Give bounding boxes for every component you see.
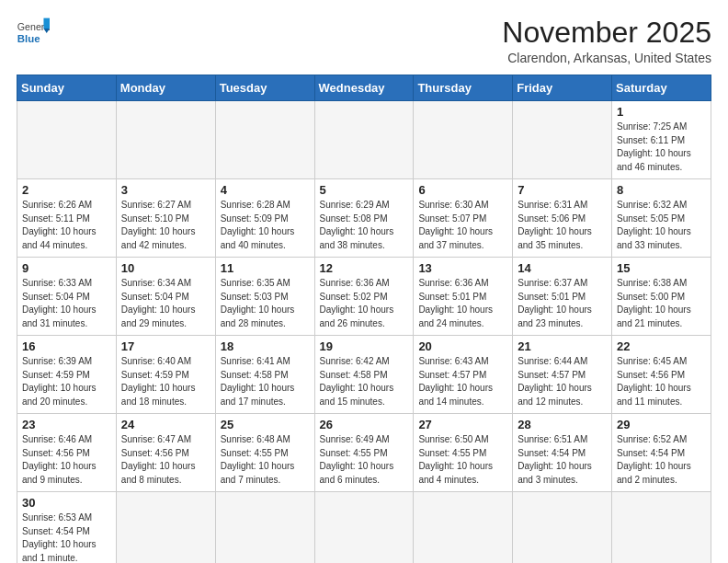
day-number: 19 [320, 339, 409, 353]
calendar-cell-5-3 [314, 492, 414, 563]
header: General Blue November 2025 Clarendon, Ar… [17, 17, 711, 65]
calendar-cell-4-6: 29Sunrise: 6:52 AM Sunset: 4:54 PM Dayli… [612, 414, 711, 492]
svg-text:Blue: Blue [17, 33, 40, 44]
calendar-cell-4-1: 24Sunrise: 6:47 AM Sunset: 4:56 PM Dayli… [116, 414, 215, 492]
day-number: 20 [418, 339, 507, 353]
day-info: Sunrise: 6:36 AM Sunset: 5:02 PM Dayligh… [320, 277, 409, 330]
day-info: Sunrise: 6:49 AM Sunset: 4:55 PM Dayligh… [320, 433, 409, 487]
calendar-cell-4-4: 27Sunrise: 6:50 AM Sunset: 4:55 PM Dayli… [414, 414, 513, 492]
col-header-monday: Monday [116, 75, 215, 101]
day-info: Sunrise: 6:32 AM Sunset: 5:05 PM Dayligh… [617, 199, 706, 252]
col-header-tuesday: Tuesday [215, 75, 314, 101]
day-info: Sunrise: 6:47 AM Sunset: 4:56 PM Dayligh… [121, 433, 210, 487]
day-info: Sunrise: 6:36 AM Sunset: 5:01 PM Dayligh… [418, 277, 507, 330]
calendar-cell-4-2: 25Sunrise: 6:48 AM Sunset: 4:55 PM Dayli… [215, 414, 314, 492]
day-info: Sunrise: 6:52 AM Sunset: 4:54 PM Dayligh… [617, 433, 706, 487]
col-header-thursday: Thursday [414, 75, 513, 101]
day-info: Sunrise: 6:38 AM Sunset: 5:00 PM Dayligh… [617, 277, 706, 330]
day-number: 25 [221, 418, 310, 431]
day-number: 11 [221, 261, 310, 275]
day-info: Sunrise: 6:29 AM Sunset: 5:08 PM Dayligh… [320, 199, 409, 252]
generalblue-logo-icon: General Blue [17, 17, 50, 50]
calendar-cell-0-6: 1Sunrise: 7:25 AM Sunset: 6:11 PM Daylig… [612, 101, 711, 179]
day-info: Sunrise: 6:40 AM Sunset: 4:59 PM Dayligh… [121, 355, 210, 408]
day-number: 8 [617, 183, 706, 197]
day-info: Sunrise: 6:28 AM Sunset: 5:09 PM Dayligh… [221, 199, 310, 252]
day-info: Sunrise: 6:26 AM Sunset: 5:11 PM Dayligh… [22, 199, 111, 252]
day-number: 26 [320, 418, 409, 431]
day-number: 30 [22, 496, 111, 510]
day-number: 27 [418, 418, 507, 431]
day-info: Sunrise: 6:51 AM Sunset: 4:54 PM Dayligh… [518, 433, 607, 487]
day-number: 23 [22, 418, 111, 431]
day-number: 7 [518, 183, 607, 197]
calendar-cell-2-3: 12Sunrise: 6:36 AM Sunset: 5:02 PM Dayli… [314, 258, 414, 336]
calendar-header-row: SundayMondayTuesdayWednesdayThursdayFrid… [17, 75, 711, 101]
calendar-cell-1-4: 6Sunrise: 6:30 AM Sunset: 5:07 PM Daylig… [414, 179, 513, 258]
day-info: Sunrise: 6:35 AM Sunset: 5:03 PM Dayligh… [221, 277, 310, 330]
day-number: 16 [22, 339, 111, 353]
calendar-cell-5-4 [414, 492, 513, 563]
day-info: Sunrise: 6:31 AM Sunset: 5:06 PM Dayligh… [518, 199, 607, 252]
day-info: Sunrise: 6:39 AM Sunset: 4:59 PM Dayligh… [22, 355, 111, 408]
calendar-cell-1-6: 8Sunrise: 6:32 AM Sunset: 5:05 PM Daylig… [612, 179, 711, 258]
day-number: 5 [320, 183, 409, 197]
day-number: 1 [617, 105, 706, 119]
calendar-cell-3-2: 18Sunrise: 6:41 AM Sunset: 4:58 PM Dayli… [215, 336, 314, 414]
calendar-cell-0-5 [513, 101, 612, 179]
calendar-cell-2-4: 13Sunrise: 6:36 AM Sunset: 5:01 PM Dayli… [414, 258, 513, 336]
title-block: November 2025 Clarendon, Arkansas, Unite… [502, 17, 711, 65]
calendar-cell-1-3: 5Sunrise: 6:29 AM Sunset: 5:08 PM Daylig… [314, 179, 414, 258]
calendar-cell-2-2: 11Sunrise: 6:35 AM Sunset: 5:03 PM Dayli… [215, 258, 314, 336]
week-row-6: 30Sunrise: 6:53 AM Sunset: 4:54 PM Dayli… [17, 492, 711, 563]
calendar-cell-5-1 [116, 492, 215, 563]
day-number: 4 [221, 183, 310, 197]
col-header-friday: Friday [513, 75, 612, 101]
day-number: 3 [121, 183, 210, 197]
day-number: 17 [121, 339, 210, 353]
day-number: 21 [518, 339, 607, 353]
day-number: 29 [617, 418, 706, 431]
col-header-wednesday: Wednesday [314, 75, 414, 101]
calendar-cell-1-2: 4Sunrise: 6:28 AM Sunset: 5:09 PM Daylig… [215, 179, 314, 258]
day-info: Sunrise: 6:41 AM Sunset: 4:58 PM Dayligh… [221, 355, 310, 408]
calendar-cell-4-0: 23Sunrise: 6:46 AM Sunset: 4:56 PM Dayli… [17, 414, 117, 492]
day-info: Sunrise: 6:42 AM Sunset: 4:58 PM Dayligh… [320, 355, 409, 408]
calendar-cell-2-6: 15Sunrise: 6:38 AM Sunset: 5:00 PM Dayli… [612, 258, 711, 336]
calendar-cell-3-3: 19Sunrise: 6:42 AM Sunset: 4:58 PM Dayli… [314, 336, 414, 414]
calendar-cell-0-2 [215, 101, 314, 179]
day-info: Sunrise: 6:43 AM Sunset: 4:57 PM Dayligh… [418, 355, 507, 408]
calendar-cell-5-2 [215, 492, 314, 563]
calendar-cell-4-5: 28Sunrise: 6:51 AM Sunset: 4:54 PM Dayli… [513, 414, 612, 492]
day-number: 10 [121, 261, 210, 275]
col-header-sunday: Sunday [17, 75, 117, 101]
day-number: 14 [518, 261, 607, 275]
calendar-cell-2-0: 9Sunrise: 6:33 AM Sunset: 5:04 PM Daylig… [17, 258, 117, 336]
day-info: Sunrise: 6:34 AM Sunset: 5:04 PM Dayligh… [121, 277, 210, 330]
location: Clarendon, Arkansas, United States [502, 51, 711, 65]
page: General Blue November 2025 Clarendon, Ar… [0, 0, 728, 563]
day-info: Sunrise: 6:30 AM Sunset: 5:07 PM Dayligh… [418, 199, 507, 252]
day-info: Sunrise: 7:25 AM Sunset: 6:11 PM Dayligh… [617, 121, 706, 174]
day-info: Sunrise: 6:37 AM Sunset: 5:01 PM Dayligh… [518, 277, 607, 330]
week-row-3: 9Sunrise: 6:33 AM Sunset: 5:04 PM Daylig… [17, 258, 711, 336]
calendar-cell-5-5 [513, 492, 612, 563]
week-row-1: 1Sunrise: 7:25 AM Sunset: 6:11 PM Daylig… [17, 101, 711, 179]
day-info: Sunrise: 6:45 AM Sunset: 4:56 PM Dayligh… [617, 355, 706, 408]
week-row-2: 2Sunrise: 6:26 AM Sunset: 5:11 PM Daylig… [17, 179, 711, 258]
calendar-cell-3-1: 17Sunrise: 6:40 AM Sunset: 4:59 PM Dayli… [116, 336, 215, 414]
week-row-4: 16Sunrise: 6:39 AM Sunset: 4:59 PM Dayli… [17, 336, 711, 414]
calendar-table: SundayMondayTuesdayWednesdayThursdayFrid… [17, 75, 711, 563]
calendar-cell-4-3: 26Sunrise: 6:49 AM Sunset: 4:55 PM Dayli… [314, 414, 414, 492]
calendar-cell-1-1: 3Sunrise: 6:27 AM Sunset: 5:10 PM Daylig… [116, 179, 215, 258]
col-header-saturday: Saturday [612, 75, 711, 101]
day-info: Sunrise: 6:50 AM Sunset: 4:55 PM Dayligh… [418, 433, 507, 487]
calendar-cell-2-1: 10Sunrise: 6:34 AM Sunset: 5:04 PM Dayli… [116, 258, 215, 336]
day-number: 18 [221, 339, 310, 353]
day-number: 12 [320, 261, 409, 275]
day-number: 13 [418, 261, 507, 275]
calendar-cell-2-5: 14Sunrise: 6:37 AM Sunset: 5:01 PM Dayli… [513, 258, 612, 336]
day-info: Sunrise: 6:33 AM Sunset: 5:04 PM Dayligh… [22, 277, 111, 330]
day-number: 24 [121, 418, 210, 431]
day-number: 6 [418, 183, 507, 197]
